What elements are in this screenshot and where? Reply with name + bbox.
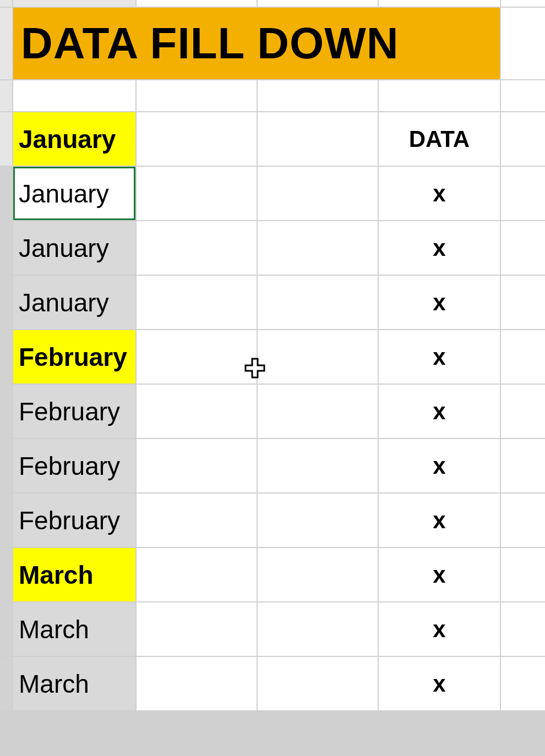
cell-month-7[interactable]: February [13, 494, 135, 547]
cell-d-8[interactable] [258, 548, 378, 601]
cell-f-7[interactable] [501, 494, 545, 547]
cell-c-2[interactable] [137, 221, 257, 275]
cell-data-1[interactable]: x [379, 167, 500, 220]
cell-f-6[interactable] [501, 439, 545, 492]
row-header-0[interactable] [0, 112, 12, 166]
cell-data-3[interactable]: x [379, 276, 500, 329]
cell-spacer-b[interactable] [13, 80, 135, 111]
cell-d-0[interactable] [258, 112, 378, 166]
top-sliver-b[interactable] [13, 0, 135, 7]
cell-c-7[interactable] [137, 494, 257, 547]
cell-data-6[interactable]: x [379, 439, 500, 492]
row-header-6[interactable] [0, 439, 12, 492]
cell-f-3[interactable] [501, 276, 545, 329]
top-sliver-e[interactable] [379, 0, 500, 7]
cell-data-8[interactable]: x [379, 548, 500, 601]
cell-f-2[interactable] [501, 221, 545, 275]
row-header-5[interactable] [0, 385, 12, 438]
row-header-9[interactable] [0, 602, 12, 656]
cell-d-6[interactable] [258, 439, 378, 492]
cell-d-7[interactable] [258, 494, 378, 547]
top-sliver-c[interactable] [137, 0, 257, 7]
cell-c-9[interactable] [137, 602, 257, 656]
cell-c-6[interactable] [137, 439, 257, 492]
cell-c-4[interactable] [137, 330, 257, 384]
cell-c-10[interactable] [137, 657, 257, 710]
cell-d-5[interactable] [258, 385, 378, 438]
cell-spacer-d[interactable] [258, 80, 378, 111]
cell-month-2[interactable]: January [13, 221, 135, 275]
row-header-title[interactable] [0, 8, 12, 79]
row-header-8[interactable] [0, 548, 12, 601]
cell-data-7[interactable]: x [379, 494, 500, 547]
cell-c-5[interactable] [137, 385, 257, 438]
cell-f-5[interactable] [501, 385, 545, 438]
spreadsheet-grid[interactable]: DATA FILL DOWN January DATA January x Ja… [0, 0, 545, 756]
cell-f-10[interactable] [501, 657, 545, 710]
cell-spacer-f[interactable] [501, 80, 545, 111]
cell-c-1[interactable] [137, 167, 257, 220]
cell-f-8[interactable] [501, 548, 545, 601]
cell-d-9[interactable] [258, 602, 378, 656]
row-header-3[interactable] [0, 276, 12, 329]
cell-month-1[interactable]: January [13, 167, 135, 220]
cell-data-header[interactable]: DATA [379, 112, 500, 166]
cell-f-9[interactable] [501, 602, 545, 656]
cell-f-0[interactable] [501, 112, 545, 166]
row-header-spacer[interactable] [0, 80, 12, 111]
cell-month-8[interactable]: March [13, 548, 135, 601]
top-sliver-f[interactable] [501, 0, 545, 7]
row-header-1[interactable] [0, 167, 12, 220]
cell-data-9[interactable]: x [379, 602, 500, 656]
row-header-7[interactable] [0, 494, 12, 547]
cell-d-2[interactable] [258, 221, 378, 275]
cell-d-1[interactable] [258, 167, 378, 220]
cell-data-4[interactable]: x [379, 330, 500, 384]
cell-month-0[interactable]: January [13, 112, 135, 166]
row-header-4[interactable] [0, 330, 12, 384]
cell-month-9[interactable]: March [13, 602, 135, 656]
cell-data-5[interactable]: x [379, 385, 500, 438]
row-header-2[interactable] [0, 221, 12, 275]
cell-f-4[interactable] [501, 330, 545, 384]
cell-d-4[interactable] [258, 330, 378, 384]
cell-c-0[interactable] [137, 112, 257, 166]
cell-c-8[interactable] [137, 548, 257, 601]
cell-f-1[interactable] [501, 167, 545, 220]
cell-month-4[interactable]: February [13, 330, 135, 384]
cell-title-f[interactable] [501, 8, 545, 79]
title-banner[interactable]: DATA FILL DOWN [13, 8, 500, 79]
cell-data-10[interactable]: x [379, 657, 500, 710]
cell-data-2[interactable]: x [379, 221, 500, 275]
cell-spacer-e[interactable] [379, 80, 500, 111]
cell-month-3[interactable]: January [13, 276, 135, 329]
cell-month-10[interactable]: March [13, 657, 135, 710]
cell-month-6[interactable]: February [13, 439, 135, 492]
cell-month-5[interactable]: February [13, 385, 135, 438]
row-header-10[interactable] [0, 657, 12, 710]
top-sliver-d[interactable] [258, 0, 378, 7]
cell-c-3[interactable] [137, 276, 257, 329]
cell-d-3[interactable] [258, 276, 378, 329]
cell-d-10[interactable] [258, 657, 378, 710]
cell-spacer-c[interactable] [137, 80, 257, 111]
corner-cell[interactable] [0, 0, 12, 7]
